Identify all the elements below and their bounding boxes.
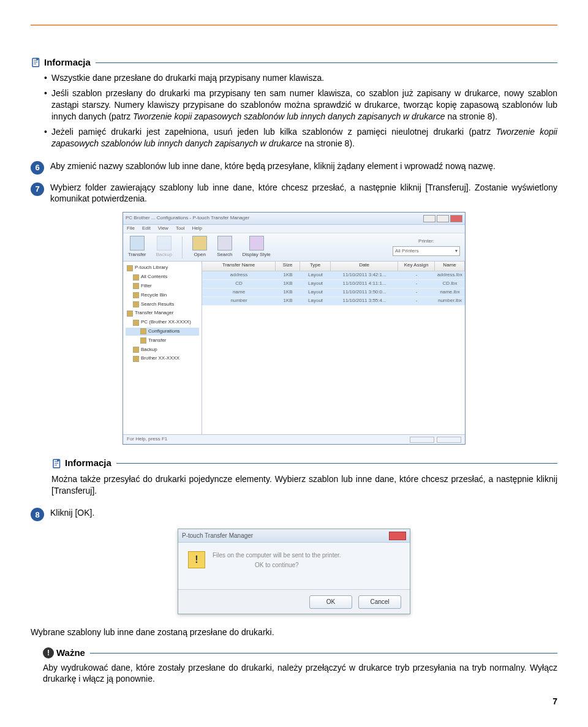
note-header: Informacja: [51, 457, 557, 469]
transfer-icon: [130, 236, 145, 250]
list-cell: Layout: [300, 288, 331, 296]
col-date[interactable]: Date: [331, 262, 398, 271]
toolbar-display-style[interactable]: Display Style: [243, 236, 271, 258]
col-transfer-name[interactable]: Transfer Name: [202, 262, 276, 271]
note-icon: [31, 57, 42, 68]
printer-label: Printer:: [393, 238, 460, 245]
menu-tool[interactable]: Tool: [176, 225, 185, 232]
note-info-2: Informacja Można także przesyłać do druk…: [51, 457, 557, 496]
tree-item[interactable]: Search Results: [126, 301, 199, 309]
titlebar: PC Brother ... Configurations - P-touch …: [123, 213, 465, 225]
bullet-item: Jeśli szablon przesłany do drukarki ma p…: [44, 88, 557, 122]
list-cell: 11/10/2011 3:55:4...: [331, 297, 398, 305]
tree-label: Filter: [141, 283, 152, 290]
toolbar-transfer[interactable]: Transfer: [128, 236, 146, 258]
folder-icon: [133, 292, 139, 298]
tree-item[interactable]: Filter: [126, 282, 199, 290]
list-cell: CD.lbx: [435, 280, 465, 288]
chevron-down-icon: ▾: [455, 248, 458, 255]
note-rule: [116, 463, 557, 464]
list-cell: 11/10/2011 3:42:1...: [331, 271, 398, 279]
important-box: ! Ważne Aby wydrukować dane, które zosta…: [43, 647, 557, 685]
bullet-item: Wszystkie dane przesłane do drukarki maj…: [44, 72, 557, 84]
status-text: For Help, press F1: [127, 436, 167, 443]
important-title: Ważne: [56, 647, 85, 659]
folder-icon: [127, 311, 133, 317]
tree-label: Configurations: [148, 328, 180, 335]
list-row[interactable]: name1KBLayout11/10/2011 3:50:0...-name.l…: [202, 288, 465, 297]
dialog-title: P-touch Transfer Manager: [182, 532, 253, 540]
folder-icon: [133, 301, 139, 307]
menu-edit[interactable]: Edit: [142, 225, 151, 232]
tree-item[interactable]: Transfer: [126, 337, 199, 345]
tree-item[interactable]: Configurations: [126, 328, 199, 336]
list-row[interactable]: number1KBLayout11/10/2011 3:55:4...-numb…: [202, 297, 465, 306]
col-key-assign[interactable]: Key Assign: [398, 262, 435, 271]
toolbar-open[interactable]: Open: [192, 236, 207, 258]
printer-combo[interactable]: All Printers▾: [393, 246, 460, 256]
dialog-window: P-touch Transfer Manager Files on the co…: [178, 529, 410, 614]
list-cell: -: [398, 280, 435, 288]
step-number: 7: [31, 183, 44, 196]
step-number: 8: [31, 508, 44, 521]
list-cell: address.lbx: [435, 271, 465, 279]
list-cell: number: [202, 297, 276, 305]
folder-icon: [140, 337, 146, 344]
tree-label: Backup: [141, 347, 157, 353]
dialog-text: Files on the computer will be sent to th…: [213, 551, 341, 569]
open-icon: [192, 236, 207, 250]
note-title: Informacja: [65, 457, 111, 469]
tree-label: Recycle Bin: [141, 292, 167, 299]
maximize-button[interactable]: [437, 215, 449, 222]
menu-help[interactable]: Help: [192, 225, 202, 232]
col-name[interactable]: Name: [435, 262, 465, 271]
toolbar: Transfer Backup Open Search Display Styl…: [123, 233, 465, 262]
tree-panel: P-touch LibraryAll ContentsFilterRecycle…: [123, 262, 202, 434]
page-number: 7: [31, 696, 557, 707]
list-cell: 1KB: [276, 288, 300, 296]
tree-item[interactable]: Recycle Bin: [126, 292, 199, 299]
menu-view[interactable]: View: [158, 225, 168, 232]
tree-label: Brother XX-XXXX: [141, 355, 179, 362]
toolbar-separator: [182, 236, 183, 258]
note-header: Informacja: [31, 56, 557, 69]
col-size[interactable]: Size: [276, 262, 300, 271]
close-button[interactable]: [389, 532, 406, 540]
screenshot-dialog: P-touch Transfer Manager Files on the co…: [31, 529, 557, 614]
ok-button[interactable]: OK: [309, 595, 352, 609]
cancel-button[interactable]: Cancel: [358, 595, 401, 609]
menubar: File Edit View Tool Help: [123, 225, 465, 233]
col-type[interactable]: Type: [300, 262, 331, 271]
tree-label: P-touch Library: [135, 265, 168, 271]
tree-item[interactable]: Backup: [126, 346, 199, 354]
tree-item[interactable]: PC (Brother XX-XXXX): [126, 318, 199, 326]
exclamation-icon: !: [43, 647, 54, 658]
tree-item[interactable]: P-touch Library: [126, 264, 199, 272]
menu-file[interactable]: File: [127, 225, 135, 232]
list-cell: CD: [202, 280, 276, 288]
note-title: Informacja: [44, 56, 91, 69]
step-8: 8 Kliknij [OK].: [31, 507, 557, 521]
list-cell: -: [398, 297, 435, 305]
tree-item[interactable]: Transfer Manager: [126, 309, 199, 317]
tree-item[interactable]: All Contents: [126, 273, 199, 281]
list-cell: 11/10/2011 3:50:0...: [331, 288, 398, 296]
minimize-button[interactable]: [423, 215, 435, 222]
folder-icon: [127, 265, 133, 271]
note-bullets: Wszystkie dane przesłane do drukarki maj…: [31, 72, 557, 149]
close-button[interactable]: [450, 215, 462, 222]
toolbar-backup[interactable]: Backup: [156, 236, 173, 258]
list-row[interactable]: CD1KBLayout11/10/2011 4:11:1...-CD.lbx: [202, 280, 465, 288]
list-rows: address1KBLayout11/10/2011 3:42:1...-add…: [202, 271, 465, 306]
step-text: Kliknij [OK].: [50, 507, 557, 521]
note-text: Można także przesyłać do drukarki pojedy…: [51, 473, 557, 497]
tree-item[interactable]: Brother XX-XXXX: [126, 355, 199, 363]
important-header: ! Ważne: [43, 647, 557, 659]
list-row[interactable]: address1KBLayout11/10/2011 3:42:1...-add…: [202, 271, 465, 280]
tree-label: PC (Brother XX-XXXX): [141, 319, 191, 326]
list-cell: name: [202, 288, 276, 296]
window-buttons: [423, 215, 462, 222]
statusbar: For Help, press F1: [123, 434, 465, 444]
folder-icon: [133, 283, 139, 289]
toolbar-search[interactable]: Search: [217, 236, 232, 258]
